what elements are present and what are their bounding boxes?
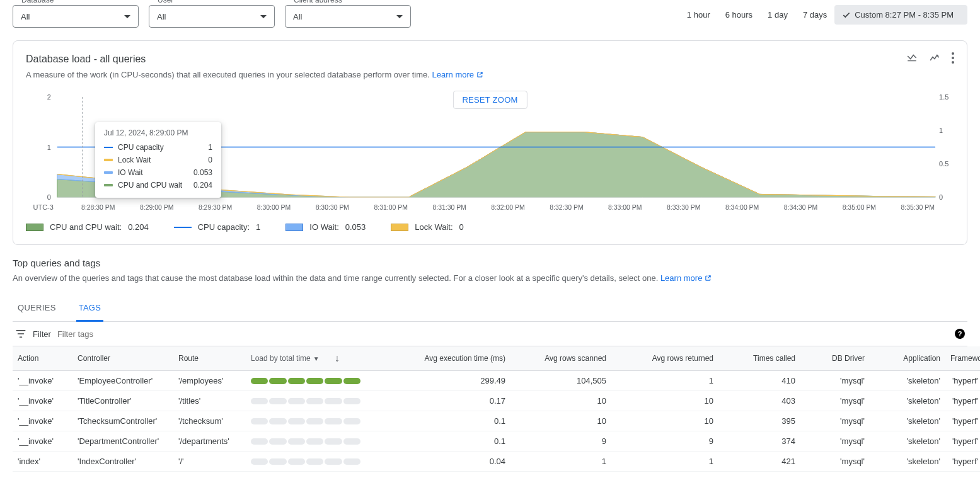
expand-chart-icon[interactable] xyxy=(929,52,940,64)
cell-times: 421 xyxy=(718,452,800,472)
cell-route: '/' xyxy=(173,452,246,472)
th-times[interactable]: Times called xyxy=(718,346,800,371)
svg-point-3 xyxy=(952,57,954,59)
time-range-1h[interactable]: 1 hour xyxy=(679,5,718,25)
svg-text:1: 1 xyxy=(939,127,943,134)
cell-action: '__invoke' xyxy=(13,411,72,431)
legend-toggle-icon[interactable] xyxy=(906,52,918,64)
legend-item[interactable]: Lock Wait:0 xyxy=(391,222,463,232)
legend-item[interactable]: CPU and CPU wait:0.204 xyxy=(26,222,149,232)
tooltip-value: 1 xyxy=(208,143,212,152)
client-filter: Client address All xyxy=(285,0,411,28)
table-row[interactable]: 'index''IndexController''/'0.0411421'mys… xyxy=(13,452,980,472)
th-app[interactable]: Application xyxy=(870,346,945,371)
tab-tags[interactable]: TAGS xyxy=(76,297,104,322)
tooltip-swatch xyxy=(104,184,113,186)
tooltip-value: 0.204 xyxy=(193,181,212,190)
cell-returned: 10 xyxy=(611,391,718,411)
cell-app: 'skeleton' xyxy=(870,371,945,391)
tooltip-label: Lock Wait xyxy=(118,156,151,164)
cell-controller: 'EmployeeController' xyxy=(72,371,173,391)
th-exec[interactable]: Avg execution time (ms) xyxy=(366,346,510,371)
cell-load xyxy=(246,391,366,411)
time-range-1d[interactable]: 1 day xyxy=(760,5,795,25)
tooltip-label: CPU capacity xyxy=(118,143,164,152)
cell-action: 'index' xyxy=(13,452,72,472)
svg-text:8:30:30 PM: 8:30:30 PM xyxy=(316,204,349,211)
panel-subtitle-text: A measure of the work (in CPU-seconds) t… xyxy=(26,70,432,79)
cell-framework: 'hyperf' xyxy=(945,391,980,411)
chevron-down-icon xyxy=(124,15,130,18)
more-vert-icon[interactable] xyxy=(952,52,954,64)
legend-swatch xyxy=(285,224,303,231)
th-load[interactable]: Load by total time ▼ ↓ xyxy=(246,346,366,371)
chart-tooltip: Jul 12, 2024, 8:29:00 PM CPU capacity1Lo… xyxy=(95,122,221,198)
client-filter-label: Client address xyxy=(291,0,345,4)
check-icon xyxy=(842,11,851,20)
svg-text:2: 2 xyxy=(47,93,51,101)
cell-times: 403 xyxy=(718,391,800,411)
time-range-custom[interactable]: Custom 8:27 PM - 8:35 PM xyxy=(834,5,967,25)
svg-point-2 xyxy=(952,52,954,55)
th-framework[interactable]: Framewo xyxy=(945,346,980,371)
svg-text:1: 1 xyxy=(47,144,51,151)
learn-more-link[interactable]: Learn more xyxy=(660,273,712,283)
sort-dropdown-icon: ▼ xyxy=(313,355,320,362)
filter-label: Filter xyxy=(33,329,51,339)
time-range-7d[interactable]: 7 days xyxy=(795,5,834,25)
table-header-row: Action Controller Route Load by total ti… xyxy=(13,346,980,371)
svg-text:UTC-3: UTC-3 xyxy=(33,203,54,211)
legend-item[interactable]: CPU capacity:1 xyxy=(174,222,261,232)
svg-text:8:31:30 PM: 8:31:30 PM xyxy=(432,204,466,211)
legend-label: Lock Wait: xyxy=(415,222,453,232)
svg-text:8:30:00 PM: 8:30:00 PM xyxy=(257,204,291,211)
database-filter-select[interactable]: All xyxy=(13,5,139,28)
cell-route: '/departments' xyxy=(173,431,246,452)
database-filter: Database All xyxy=(13,0,139,28)
cell-controller: 'IndexController' xyxy=(72,452,173,472)
chevron-down-icon xyxy=(260,15,267,18)
tabs: QUERIES TAGS xyxy=(13,297,967,322)
th-scanned[interactable]: Avg rows scanned xyxy=(510,346,611,371)
svg-text:8:33:00 PM: 8:33:00 PM xyxy=(608,204,642,211)
time-range-6h[interactable]: 6 hours xyxy=(718,5,760,25)
table-row[interactable]: '__invoke''EmployeeController''/employee… xyxy=(13,371,980,391)
tab-queries[interactable]: QUERIES xyxy=(15,297,59,321)
filter-icon xyxy=(15,328,26,339)
svg-text:8:35:30 PM: 8:35:30 PM xyxy=(901,204,935,211)
time-range-custom-label: Custom 8:27 PM - 8:35 PM xyxy=(855,10,954,20)
table-row[interactable]: '__invoke''TitleController''/titles'0.17… xyxy=(13,391,980,411)
legend-item[interactable]: IO Wait:0.053 xyxy=(285,222,366,232)
th-route[interactable]: Route xyxy=(173,346,246,371)
legend-value: 1 xyxy=(256,222,260,232)
svg-text:0: 0 xyxy=(939,193,943,201)
client-filter-select[interactable]: All xyxy=(285,5,411,28)
reset-zoom-button[interactable]: RESET ZOOM xyxy=(453,91,527,109)
help-icon[interactable]: ? xyxy=(955,329,965,339)
th-controller[interactable]: Controller xyxy=(72,346,173,371)
th-driver[interactable]: DB Driver xyxy=(800,346,870,371)
cell-controller: 'DepartmentController' xyxy=(72,431,173,452)
cell-app: 'skeleton' xyxy=(870,452,945,472)
section-subtitle-text: An overview of the queries and tags that… xyxy=(13,273,660,283)
user-filter-select[interactable]: All xyxy=(149,5,275,28)
cell-action: '__invoke' xyxy=(13,391,72,411)
cell-driver: 'mysql' xyxy=(800,391,870,411)
tooltip-swatch xyxy=(104,159,113,161)
cell-load xyxy=(246,371,366,391)
external-link-icon xyxy=(705,275,712,282)
filter-bar: Database All User All Client address All… xyxy=(0,0,980,34)
th-returned[interactable]: Avg rows returned xyxy=(611,346,718,371)
database-filter-value: All xyxy=(21,12,30,21)
legend-label: CPU capacity: xyxy=(198,222,250,232)
table-row[interactable]: '__invoke''TchecksumController''/tchecks… xyxy=(13,411,980,431)
cell-action: '__invoke' xyxy=(13,431,72,452)
filter-input[interactable] xyxy=(57,329,183,339)
cell-app: 'skeleton' xyxy=(870,411,945,431)
svg-text:8:32:00 PM: 8:32:00 PM xyxy=(491,204,524,211)
database-filter-label: Database xyxy=(19,0,56,4)
th-action[interactable]: Action xyxy=(13,346,72,371)
cell-times: 410 xyxy=(718,371,800,391)
table-row[interactable]: '__invoke''DepartmentController''/depart… xyxy=(13,431,980,452)
learn-more-link[interactable]: Learn more xyxy=(432,70,483,79)
